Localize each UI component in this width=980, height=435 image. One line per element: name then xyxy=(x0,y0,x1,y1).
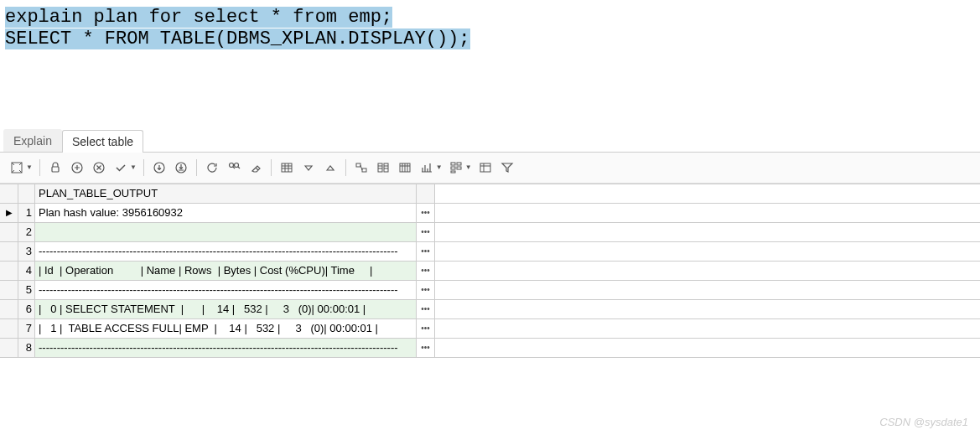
sql-editor[interactable]: explain plan for select * from emp; SELE… xyxy=(0,0,980,58)
cell-content[interactable]: ----------------------------------------… xyxy=(35,339,417,357)
svg-point-6 xyxy=(229,163,233,167)
current-row-marker: ▶ xyxy=(0,204,18,222)
dropdown-icon[interactable]: ▼ xyxy=(130,163,137,171)
row-number: 8 xyxy=(18,339,35,357)
ellipsis-button[interactable]: ••• xyxy=(417,281,435,299)
svg-rect-14 xyxy=(451,163,455,165)
row-number: 5 xyxy=(18,281,35,299)
row-marker xyxy=(0,281,18,299)
table-icon[interactable] xyxy=(373,158,393,178)
search-icon[interactable] xyxy=(224,158,244,178)
svg-rect-11 xyxy=(378,163,382,172)
fit-icon[interactable] xyxy=(7,158,27,178)
table-row[interactable]: 4 | Id | Operation | Name | Rows | Bytes… xyxy=(0,262,980,281)
row-marker xyxy=(0,184,18,203)
header-ellipsis xyxy=(417,184,435,203)
svg-rect-10 xyxy=(362,168,366,172)
row-number: 7 xyxy=(18,319,35,338)
row-marker xyxy=(0,262,18,280)
link-icon[interactable] xyxy=(351,158,371,178)
svg-rect-18 xyxy=(451,171,455,173)
svg-rect-12 xyxy=(384,163,388,172)
ellipsis-button[interactable]: ••• xyxy=(417,223,435,241)
triangle-down-icon[interactable] xyxy=(298,158,319,178)
dropdown-icon[interactable]: ▼ xyxy=(465,163,472,171)
results-table: PLAN_TABLE_OUTPUT ▶ 1 Plan hash value: 3… xyxy=(0,184,980,358)
svg-rect-16 xyxy=(451,167,455,169)
watermark: CSDN @sysdate1 xyxy=(879,416,968,428)
table-row[interactable]: 6 | 0 | SELECT STATEMENT | | 14 | 532 | … xyxy=(0,300,980,319)
columns-icon[interactable] xyxy=(395,158,415,178)
row-number-header xyxy=(18,184,35,203)
svg-rect-9 xyxy=(356,163,360,167)
row-number: 3 xyxy=(18,242,35,261)
row-marker xyxy=(0,223,18,241)
cell-content[interactable]: ----------------------------------------… xyxy=(35,242,417,261)
row-marker xyxy=(0,339,18,357)
table-row[interactable]: 2 ••• xyxy=(0,223,980,242)
row-marker xyxy=(0,242,18,261)
tab-select-table[interactable]: Select table xyxy=(62,130,143,153)
cell-content[interactable]: | Id | Operation | Name | Rows | Bytes |… xyxy=(35,262,417,280)
dropdown-icon[interactable]: ▼ xyxy=(26,163,33,171)
dropdown-icon[interactable]: ▼ xyxy=(436,163,443,171)
triangle-up-icon[interactable] xyxy=(320,158,340,178)
row-marker xyxy=(0,300,18,318)
tab-explain[interactable]: Explain xyxy=(3,129,62,152)
chart-icon[interactable] xyxy=(417,158,437,178)
ellipsis-button[interactable]: ••• xyxy=(417,242,435,261)
erase-icon[interactable] xyxy=(246,158,266,178)
cell-content[interactable]: | 1 | TABLE ACCESS FULL| EMP | 14 | 532 … xyxy=(35,319,417,338)
row-number: 6 xyxy=(18,300,35,318)
table-row[interactable]: ▶ 1 Plan hash value: 3956160932 ••• xyxy=(0,204,980,223)
row-number: 1 xyxy=(18,204,35,222)
svg-point-7 xyxy=(234,163,238,167)
svg-rect-17 xyxy=(457,167,461,169)
cell-content[interactable]: ----------------------------------------… xyxy=(35,281,417,299)
svg-rect-1 xyxy=(52,167,59,172)
download-all-icon[interactable] xyxy=(171,158,191,178)
table-header-row: PLAN_TABLE_OUTPUT xyxy=(0,184,980,204)
svg-rect-19 xyxy=(480,163,490,172)
ellipsis-button[interactable]: ••• xyxy=(417,339,435,357)
svg-rect-15 xyxy=(457,163,461,165)
refresh-icon[interactable] xyxy=(202,158,222,178)
ellipsis-button[interactable]: ••• xyxy=(417,300,435,318)
filter-icon[interactable] xyxy=(497,158,517,178)
cell-content[interactable]: Plan hash value: 3956160932 xyxy=(35,204,417,222)
table-row[interactable]: 8 --------------------------------------… xyxy=(0,339,980,358)
grid-icon[interactable] xyxy=(277,158,297,178)
cell-content[interactable] xyxy=(35,223,417,241)
cell-content[interactable]: | 0 | SELECT STATEMENT | | 14 | 532 | 3 … xyxy=(35,300,417,318)
results-toolbar: ▼ ▼ ▼ ▼ xyxy=(0,153,980,184)
ellipsis-button[interactable]: ••• xyxy=(417,204,435,222)
data-grid-icon[interactable] xyxy=(475,158,495,178)
result-tabs: Explain Select table xyxy=(0,129,980,153)
column-header[interactable]: PLAN_TABLE_OUTPUT xyxy=(35,184,417,203)
download-icon[interactable] xyxy=(149,158,169,178)
table-row[interactable]: 5 --------------------------------------… xyxy=(0,281,980,300)
row-number: 2 xyxy=(18,223,35,241)
remove-icon[interactable] xyxy=(89,158,109,178)
ellipsis-button[interactable]: ••• xyxy=(417,262,435,280)
sql-line-2[interactable]: SELECT * FROM TABLE(DBMS_XPLAN.DISPLAY()… xyxy=(5,28,470,49)
lock-icon[interactable] xyxy=(45,158,65,178)
table-row[interactable]: 7 | 1 | TABLE ACCESS FULL| EMP | 14 | 53… xyxy=(0,319,980,339)
table-row[interactable]: 3 --------------------------------------… xyxy=(0,242,980,262)
layout-icon[interactable] xyxy=(446,158,466,178)
row-marker xyxy=(0,319,18,338)
row-number: 4 xyxy=(18,262,35,280)
svg-rect-8 xyxy=(282,163,292,172)
sql-line-1[interactable]: explain plan for select * from emp; xyxy=(5,7,392,28)
ellipsis-button[interactable]: ••• xyxy=(417,319,435,338)
add-icon[interactable] xyxy=(67,158,87,178)
check-icon[interactable] xyxy=(111,158,131,178)
